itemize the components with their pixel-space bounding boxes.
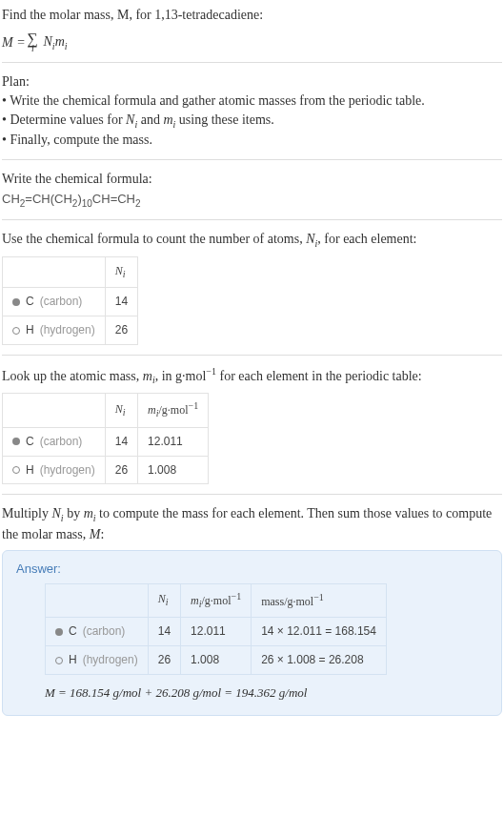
dot-icon (12, 438, 20, 445)
eq-left: M = (2, 33, 26, 52)
element-cell: C (carbon) (3, 427, 106, 456)
table-row: H (hydrogen) 26 1.008 26 × 1.008 = 26.20… (46, 646, 387, 675)
plan-title: Plan: (2, 72, 502, 92)
table-header-row: Ni mi/g·mol−1 (3, 394, 209, 427)
mi-cell: 12.011 (138, 427, 209, 456)
header-empty (3, 256, 106, 287)
table-header-row: Ni mi/g·mol−1 mass/g·mol−1 (46, 583, 387, 617)
plan-item-1: • Write the chemical formula and gather … (2, 92, 502, 111)
element-cell: H (hydrogen) (46, 646, 149, 675)
answer-label: Answer: (16, 561, 488, 578)
lookup-table: Ni mi/g·mol−1 C (carbon) 14 12.011 H (hy… (2, 393, 209, 484)
divider (2, 159, 502, 160)
divider (2, 62, 502, 63)
ni-cell: 26 (148, 646, 180, 675)
dot-icon (12, 466, 20, 474)
plan-item-3: • Finally, compute the mass. (2, 131, 502, 150)
element-cell: H (hydrogen) (3, 316, 106, 345)
header-ni: Ni (148, 583, 180, 617)
dot-icon (55, 628, 63, 636)
multiply-title: Multiply Ni by mi to compute the mass fo… (2, 504, 502, 543)
answer-inner: Ni mi/g·mol−1 mass/g·mol−1 C (carbon) 14… (16, 583, 488, 702)
element-cell: C (carbon) (46, 618, 149, 646)
eq-right: Nimi (40, 32, 68, 53)
multiply-section: Multiply Ni by mi to compute the mass fo… (2, 504, 502, 716)
header-empty (3, 394, 106, 427)
mi-cell: 1.008 (181, 646, 252, 675)
header-ni: Ni (105, 256, 137, 287)
dot-icon (55, 657, 63, 664)
plan-section: Plan: • Write the chemical formula and g… (2, 72, 502, 150)
plan-item-2: • Determine values for Ni and mi using t… (2, 111, 502, 132)
mi-cell: 12.011 (181, 618, 252, 646)
intro-text: Find the molar mass, M, for 1,13-tetrade… (2, 6, 502, 25)
table-row: C (carbon) 14 12.011 14 × 12.011 = 168.1… (46, 618, 387, 646)
header-mi: mi/g·mol−1 (138, 394, 209, 427)
mi-cell: 1.008 (138, 456, 209, 484)
divider (2, 355, 502, 356)
sigma-icon: ∑ i (28, 33, 38, 52)
final-equation: M = 168.154 g/mol + 26.208 g/mol = 194.3… (45, 684, 488, 702)
count-title: Use the chemical formula to count the nu… (2, 230, 502, 251)
write-formula-title: Write the chemical formula: (2, 170, 502, 189)
divider (2, 494, 502, 495)
table-row: C (carbon) 14 12.011 (3, 427, 209, 456)
divider (2, 219, 502, 220)
count-table: Ni C (carbon) 14 H (hydrogen) 26 (2, 256, 138, 345)
intro-line: Find the molar mass, M, for 1,13-tetrade… (2, 8, 263, 22)
molar-mass-equation: M = ∑ i Nimi (2, 32, 502, 53)
mass-cell: 14 × 12.011 = 168.154 (252, 618, 387, 646)
lookup-section: Look up the atomic mass, mi, in g·mol−1 … (2, 365, 502, 484)
element-cell: H (hydrogen) (3, 456, 106, 484)
dot-icon (12, 298, 20, 306)
sigma-sub: i (31, 45, 34, 52)
ni-cell: 14 (105, 288, 137, 316)
ni-cell: 26 (105, 456, 137, 484)
header-mass: mass/g·mol−1 (252, 583, 387, 617)
ni-cell: 14 (105, 427, 137, 456)
table-row: H (hydrogen) 26 (3, 316, 138, 345)
ni-cell: 26 (105, 316, 137, 345)
table-header-row: Ni (3, 256, 138, 287)
table-row: H (hydrogen) 26 1.008 (3, 456, 209, 484)
header-mi: mi/g·mol−1 (181, 583, 252, 617)
mass-cell: 26 × 1.008 = 26.208 (252, 646, 387, 675)
element-cell: C (carbon) (3, 288, 106, 316)
table-row: C (carbon) 14 (3, 288, 138, 316)
ni-cell: 14 (148, 618, 180, 646)
lookup-title: Look up the atomic mass, mi, in g·mol−1 … (2, 365, 502, 387)
dot-icon (12, 327, 20, 335)
header-ni: Ni (105, 394, 137, 427)
header-empty (46, 583, 149, 617)
count-section: Use the chemical formula to count the nu… (2, 230, 502, 345)
chemical-formula: CH2=CH(CH2)10CH=CH2 (2, 191, 502, 211)
answer-box: Answer: Ni mi/g·mol−1 mass/g·mol−1 C (ca… (2, 550, 502, 716)
write-formula-section: Write the chemical formula: CH2=CH(CH2)1… (2, 170, 502, 210)
answer-table: Ni mi/g·mol−1 mass/g·mol−1 C (carbon) 14… (45, 583, 387, 675)
